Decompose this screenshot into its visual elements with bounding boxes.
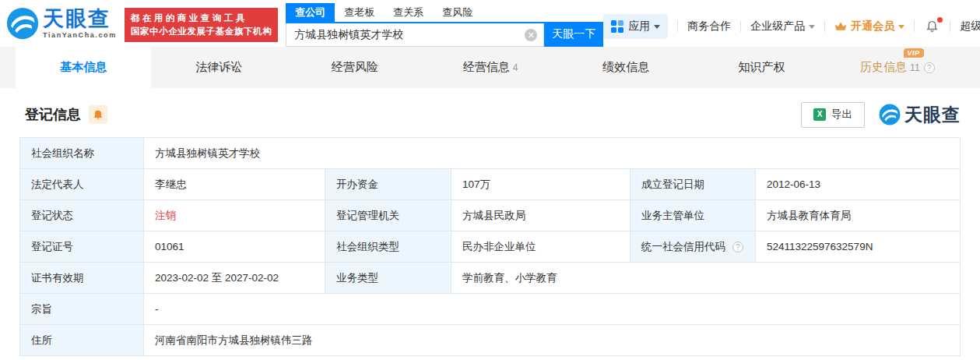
chevron-down-icon (654, 25, 660, 29)
field-label: 统一社会信用代码 ? (631, 231, 756, 263)
top-header: 天眼查 TianYanCha.com 都在用的商业查询工具 国家中小企业发展子基… (0, 0, 980, 47)
user-menu[interactable]: 超级风... (960, 19, 980, 34)
field-label: 法定代表人 (20, 169, 144, 200)
tab-intellectual-property[interactable]: 知识产权 (694, 47, 829, 88)
tianyancha-logo-icon (6, 7, 39, 40)
field-label: 住所 (20, 325, 144, 356)
field-label: 证书有效期 (20, 263, 144, 294)
username: 超级风... (960, 19, 980, 34)
vip-badge: VIP (904, 48, 924, 58)
field-value: - (144, 294, 961, 325)
field-value: 河南省南阳市方城县独树镇伟三路 (144, 325, 961, 356)
divider (950, 21, 950, 32)
field-value: 李继忠 (144, 169, 325, 200)
divider (914, 21, 915, 32)
search-input[interactable] (286, 23, 543, 46)
field-label: 宗旨 (20, 294, 144, 325)
main-content: 登记信息 X 导出 天眼查 (0, 101, 980, 356)
apps-menu[interactable]: 应用 (603, 14, 668, 39)
export-button[interactable]: X 导出 (801, 102, 865, 128)
divider (824, 21, 825, 32)
search-tab-risk[interactable]: 查风险 (433, 3, 482, 22)
table-row: 住所 河南省南阳市方城县独树镇伟三路 (20, 325, 961, 356)
bell-icon (926, 19, 939, 34)
field-value: 民办非企业单位 (451, 231, 631, 263)
field-value: 方城县民政局 (451, 200, 631, 231)
nav-business-cooperation[interactable]: 商务合作 (687, 19, 731, 34)
field-label: 业务类型 (325, 263, 451, 294)
field-label: 登记管理机关 (325, 200, 451, 231)
field-value: 2023-02-02 至 2027-02-02 (144, 263, 325, 294)
search-button[interactable]: 天眼一下 (544, 22, 603, 47)
clear-icon[interactable]: ✕ (525, 29, 537, 41)
logo-title: 天眼查 (43, 7, 117, 30)
promo-line-2: 国家中小企业发展子基金旗下机构 (131, 25, 272, 38)
apps-grid-icon (611, 20, 623, 33)
tab-operating-risk[interactable]: 经营风险 (287, 47, 423, 88)
search-tab-relation[interactable]: 查关系 (384, 3, 433, 22)
tab-count: 4 (513, 62, 518, 73)
field-value: 方城县教育体育局 (756, 200, 961, 231)
tab-history-info[interactable]: VIP 历史信息 11 ? (830, 47, 965, 88)
promo-line-1: 都在用的商业查询工具 (131, 12, 272, 25)
nav-enterprise-products[interactable]: 企业级产品 (750, 19, 815, 34)
field-value: 52411322597632579N (756, 231, 961, 263)
section-header: 登记信息 X 导出 天眼查 (19, 101, 961, 128)
field-value: 方城县独树镇英才学校 (144, 138, 961, 169)
field-value: 2012-06-13 (756, 169, 961, 200)
divider (740, 21, 741, 32)
field-label: 业务主管单位 (631, 200, 756, 231)
chevron-down-icon (898, 25, 904, 29)
help-icon[interactable]: ? (732, 242, 743, 252)
table-row: 法定代表人 李继忠 开办资金 107万 成立登记日期 2012-06-13 (20, 169, 961, 200)
detail-tabs: 基本信息 法律诉讼 经营风险 经营信息 4 绩效信息 知识产权 VIP 历史信息… (0, 47, 980, 88)
tab-legal-litigation[interactable]: 法律诉讼 (151, 47, 286, 88)
divider (677, 21, 678, 32)
chevron-down-icon (809, 25, 815, 29)
apps-label: 应用 (628, 19, 650, 34)
table-row: 社会组织名称 方城县独树镇英才学校 (20, 138, 961, 169)
field-value: 学前教育、小学教育 (451, 263, 961, 294)
notification-dot (937, 17, 943, 23)
search-tab-company[interactable]: 查公司 (286, 3, 335, 22)
tab-operating-info[interactable]: 经营信息 4 (423, 47, 558, 88)
section-title: 登记信息 (25, 105, 81, 124)
nav-open-membership[interactable]: 开通会员 (834, 19, 904, 34)
field-label: 登记证号 (20, 231, 144, 263)
tab-basic-info[interactable]: 基本信息 (16, 47, 151, 88)
tab-count: 11 (910, 62, 919, 73)
help-icon[interactable]: ? (924, 62, 935, 73)
watermark-text: 天眼查 (904, 103, 961, 127)
notification-bell[interactable] (924, 19, 940, 34)
field-label: 社会组织类型 (325, 231, 451, 263)
promo-banner: 都在用的商业查询工具 国家中小企业发展子基金旗下机构 (125, 8, 279, 42)
field-label: 社会组织名称 (20, 138, 144, 169)
registration-table: 社会组织名称 方城县独树镇英才学校 法定代表人 李继忠 开办资金 107万 成立… (19, 137, 961, 356)
subscribe-bell-button[interactable] (89, 105, 107, 124)
field-value: 01061 (144, 231, 325, 263)
tianyancha-logo-icon (879, 104, 901, 125)
table-row: 宗旨 - (20, 294, 961, 325)
watermark-logo: 天眼查 (879, 103, 961, 127)
field-value: 107万 (451, 169, 631, 200)
bell-icon (93, 109, 104, 121)
excel-icon: X (813, 108, 826, 121)
search-area: 查公司 查老板 查关系 查风险 ✕ 天眼一下 (286, 2, 603, 47)
tab-performance-info[interactable]: 绩效信息 (558, 47, 694, 88)
top-nav: 应用 商务合作 企业级产品 开通会员 超级风... (603, 12, 980, 41)
registration-status: 注销 (144, 200, 325, 231)
crown-icon (834, 21, 847, 32)
field-label: 开办资金 (325, 169, 451, 200)
field-label: 成立登记日期 (631, 169, 756, 200)
tianyancha-logo[interactable]: 天眼查 TianYanCha.com (6, 7, 117, 47)
search-tabs: 查公司 查老板 查关系 查风险 (286, 6, 544, 23)
table-row: 登记证号 01061 社会组织类型 民办非企业单位 统一社会信用代码 ? 524… (20, 231, 961, 263)
logo-subtitle: TianYanCha.com (43, 31, 117, 39)
search-tab-boss[interactable]: 查老板 (335, 3, 384, 22)
table-row: 登记状态 注销 登记管理机关 方城县民政局 业务主管单位 方城县教育体育局 (20, 200, 961, 231)
field-label: 登记状态 (20, 200, 144, 231)
table-row: 证书有效期 2023-02-02 至 2027-02-02 业务类型 学前教育、… (20, 263, 961, 294)
